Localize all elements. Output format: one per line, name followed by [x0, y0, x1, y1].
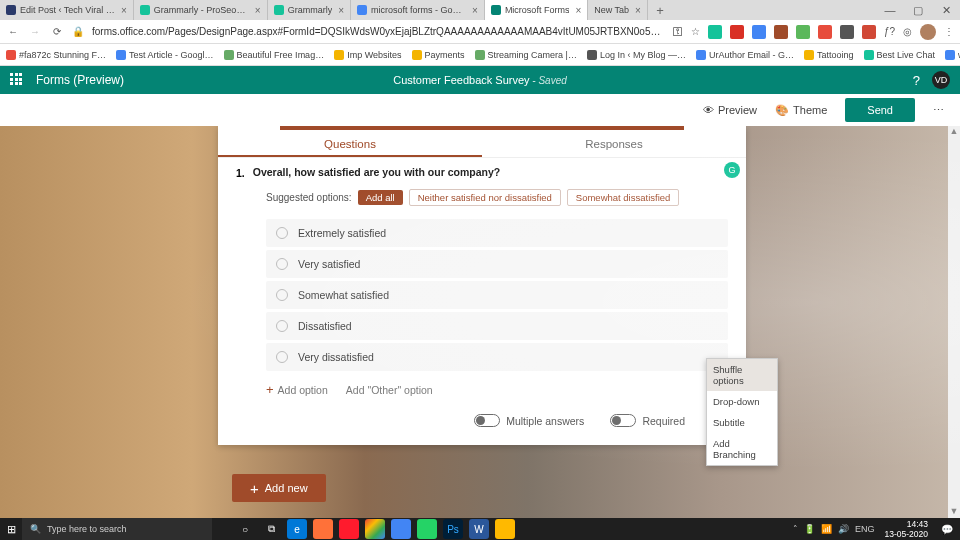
multiple-answers-toggle[interactable]: Multiple answers [474, 414, 584, 427]
bookmark-item[interactable]: Tattooing [804, 50, 854, 60]
extension-icon[interactable] [840, 25, 854, 39]
close-icon[interactable]: × [635, 5, 641, 16]
cortana-icon[interactable]: ○ [235, 519, 255, 539]
theme-button[interactable]: 🎨Theme [775, 104, 827, 117]
add-all-button[interactable]: Add all [358, 190, 403, 205]
star-icon[interactable]: ☆ [691, 26, 700, 37]
answer-option[interactable]: Very satisfied [266, 250, 728, 278]
scroll-down-icon[interactable]: ▼ [948, 506, 960, 518]
tab-questions[interactable]: Questions [218, 130, 482, 157]
language-indicator[interactable]: ENG [855, 524, 875, 534]
preview-button[interactable]: 👁Preview [703, 104, 757, 116]
close-icon[interactable]: × [255, 5, 261, 16]
add-option-button[interactable]: +Add option [266, 384, 328, 396]
notifications-icon[interactable]: 💬 [937, 519, 957, 539]
taskbar-clock[interactable]: 14:4313-05-2020 [879, 519, 934, 539]
extension-icon[interactable]: ƒ? [884, 26, 895, 37]
send-button[interactable]: Send [845, 98, 915, 122]
extension-icon[interactable] [730, 25, 744, 39]
app-launcher-icon[interactable] [10, 73, 24, 87]
menu-branching[interactable]: Add Branching [707, 433, 777, 465]
bookmark-item[interactable]: UrAuthor Email - G… [696, 50, 794, 60]
back-icon[interactable]: ← [6, 26, 20, 37]
suggested-pill[interactable]: Somewhat dissatisfied [567, 189, 680, 206]
close-window-icon[interactable]: ✕ [932, 0, 960, 20]
extension-icon[interactable] [752, 25, 766, 39]
chrome-icon[interactable] [365, 519, 385, 539]
opera-icon[interactable] [339, 519, 359, 539]
close-icon[interactable]: × [338, 5, 344, 16]
more-icon[interactable]: ⋯ [933, 104, 946, 117]
wifi-icon[interactable]: 📶 [821, 524, 832, 534]
reload-icon[interactable]: ⟳ [50, 26, 64, 37]
photoshop-icon[interactable]: Ps [443, 519, 463, 539]
word-icon[interactable]: W [469, 519, 489, 539]
bookmarks-bar: #fa872c Stunning F… Test Article - Googl… [0, 44, 960, 66]
menu-dropdown[interactable]: Drop-down [707, 391, 777, 412]
close-icon[interactable]: × [121, 5, 127, 16]
browser-tab[interactable]: microsoft forms - Google Se× [351, 0, 485, 20]
question-number: 1. [236, 166, 245, 179]
battery-icon[interactable]: 🔋 [804, 524, 815, 534]
tray-chevron-icon[interactable]: ˄ [793, 524, 798, 534]
extension-icon[interactable] [862, 25, 876, 39]
menu-shuffle[interactable]: Shuffle options [707, 359, 777, 391]
add-new-button[interactable]: +Add new [232, 474, 326, 502]
browser-tab[interactable]: New Tab× [588, 0, 648, 20]
bookmark-item[interactable]: Imp Websites [334, 50, 401, 60]
bookmark-item[interactable]: www.bootnet.in - G… [945, 50, 960, 60]
extension-icon[interactable]: ◎ [903, 26, 912, 37]
bookmark-item[interactable]: #fa872c Stunning F… [6, 50, 106, 60]
explorer-icon[interactable] [495, 519, 515, 539]
document-title[interactable]: Customer Feedback Survey - Saved [393, 74, 567, 86]
close-icon[interactable]: × [575, 5, 581, 16]
whatsapp-icon[interactable] [417, 519, 437, 539]
kebab-icon[interactable]: ⋮ [944, 26, 954, 37]
system-tray[interactable]: ˄ 🔋 📶 🔊 ENG [789, 524, 879, 534]
taskview-icon[interactable]: ⧉ [261, 519, 281, 539]
edge-icon[interactable]: e [287, 519, 307, 539]
maximize-icon[interactable]: ▢ [904, 0, 932, 20]
user-avatar[interactable]: VD [932, 71, 950, 89]
new-tab-button[interactable]: + [648, 0, 672, 20]
answer-option[interactable]: Extremely satisfied [266, 219, 728, 247]
bookmark-item[interactable]: Beautiful Free Imag… [224, 50, 325, 60]
answer-option[interactable]: Somewhat satisfied [266, 281, 728, 309]
browser-tab[interactable]: Edit Post ‹ Tech Viral — Word× [0, 0, 134, 20]
bookmark-item[interactable]: Streaming Camera |… [475, 50, 577, 60]
bookmark-item[interactable]: Best Live Chat [864, 50, 936, 60]
help-icon[interactable]: ? [913, 73, 920, 88]
browser-tab[interactable]: Grammarly - ProSeoTools_× [134, 0, 268, 20]
answer-option[interactable]: Very dissatisfied [266, 343, 728, 371]
add-other-button[interactable]: Add "Other" option [346, 384, 433, 396]
firefox-icon[interactable] [313, 519, 333, 539]
extension-icon[interactable] [774, 25, 788, 39]
taskbar-search[interactable]: 🔍Type here to search [22, 518, 212, 540]
suggested-pill[interactable]: Neither satisfied nor dissatisfied [409, 189, 561, 206]
minimize-icon[interactable]: — [876, 0, 904, 20]
profile-avatar[interactable] [920, 24, 936, 40]
chromium-icon[interactable] [391, 519, 411, 539]
scroll-up-icon[interactable]: ▲ [948, 126, 960, 138]
extension-icon[interactable] [818, 25, 832, 39]
start-button[interactable]: ⊞ [0, 523, 22, 536]
bookmark-item[interactable]: Test Article - Googl… [116, 50, 214, 60]
required-toggle[interactable]: Required [610, 414, 685, 427]
bookmark-item[interactable]: Payments [412, 50, 465, 60]
volume-icon[interactable]: 🔊 [838, 524, 849, 534]
bookmark-item[interactable]: Log In ‹ My Blog —… [587, 50, 686, 60]
url-field[interactable]: forms.office.com/Pages/DesignPage.aspx#F… [92, 26, 665, 37]
forward-icon[interactable]: → [28, 26, 42, 37]
tab-responses[interactable]: Responses [482, 130, 746, 157]
question-text[interactable]: Overall, how satisfied are you with our … [253, 166, 500, 178]
browser-tab[interactable]: Grammarly× [268, 0, 351, 20]
menu-subtitle[interactable]: Subtitle [707, 412, 777, 433]
key-icon[interactable]: ⚿ [673, 26, 683, 37]
extension-icon[interactable] [708, 25, 722, 39]
grammarly-icon[interactable]: G [724, 162, 740, 178]
answer-option[interactable]: Dissatisfied [266, 312, 728, 340]
close-icon[interactable]: × [472, 5, 478, 16]
browser-tab-active[interactable]: Microsoft Forms× [485, 0, 588, 20]
extension-icon[interactable] [796, 25, 810, 39]
scrollbar[interactable]: ▲ ▼ [948, 126, 960, 518]
